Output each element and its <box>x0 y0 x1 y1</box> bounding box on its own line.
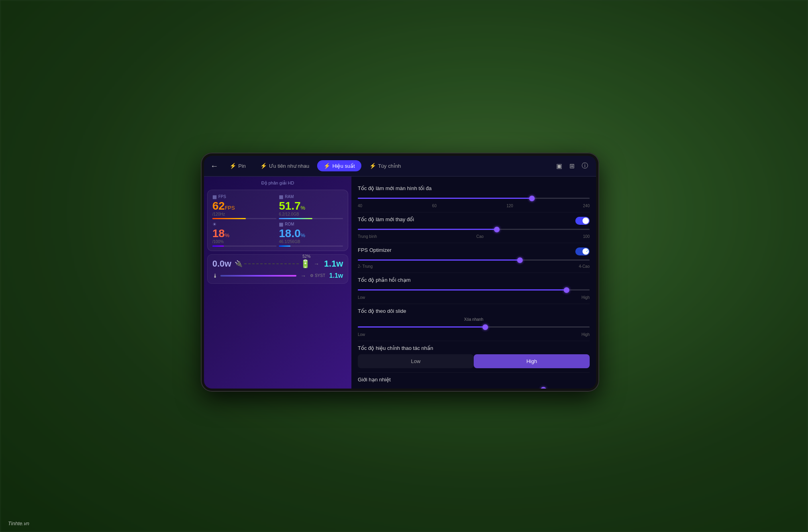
slider-fill-2 <box>358 229 497 230</box>
slider-thumb-5[interactable] <box>482 324 488 330</box>
ram-icon: ▦ <box>279 194 283 200</box>
stats-grid: ▦ FPS 62FPS /120Hz <box>212 194 343 247</box>
brightness-unit: % <box>225 232 229 238</box>
watermark-text: Tinhte.vn <box>8 520 29 526</box>
ram-bar-fill <box>279 218 312 219</box>
power-input-value: 0.0w <box>212 259 231 269</box>
setting-thermal-limit: Giới hạn nhiệt Low High <box>358 373 590 389</box>
refresh-change-toggle[interactable] <box>575 217 590 225</box>
rom-value: 18.0% <box>279 228 343 239</box>
touch-response-slider[interactable] <box>358 286 590 294</box>
layout-icon[interactable]: ▣ <box>555 161 564 171</box>
toggle-check-3: ✓ <box>586 249 589 253</box>
touch-high-label: High <box>581 295 590 300</box>
tab-tuy-chinh[interactable]: ⚡ Tùy chỉnh <box>363 160 407 171</box>
sys-watts: 1.1w <box>329 272 343 279</box>
label-40: 40 <box>358 204 362 208</box>
fps-unit: FPS <box>225 205 235 211</box>
slider-fill-5 <box>358 326 485 328</box>
uu-tien-icon: ⚡ <box>260 163 267 169</box>
slide-tracking-title: Tốc độ theo dõi slide <box>358 308 590 314</box>
battery-icon: 🔋 <box>300 259 310 268</box>
slider-thumb-2[interactable] <box>494 227 500 232</box>
brightness-bar-fill <box>212 245 224 247</box>
temp-bar <box>220 275 296 277</box>
info-icon[interactable]: ⓘ <box>580 160 590 172</box>
slide-tracking-labels: Low High <box>358 332 590 337</box>
label-120: 120 <box>506 204 513 208</box>
tab-pin[interactable]: ⚡ Pin <box>223 160 252 171</box>
fps-optimizer-title: FPS Optimizer <box>358 247 575 253</box>
refresh-change-toggle-row: Tốc độ làm mới thay đổi <box>358 216 590 226</box>
ram-sub: 6.2/12.0GB <box>279 212 343 216</box>
ram-stat: ▦ RAM 51.7% 6.2/12.0GB <box>279 194 343 219</box>
brightness-number: 18 <box>212 227 225 239</box>
slider-thumb-1[interactable] <box>529 196 535 201</box>
slider-thumb-7[interactable] <box>541 387 546 389</box>
ram-number: 51.7 <box>279 200 301 212</box>
gesture-low-button[interactable]: Low <box>358 354 474 368</box>
fps-optimizer-toggle[interactable]: ✓ <box>575 247 590 255</box>
fps-sub: /120Hz <box>212 212 277 216</box>
touch-low-label: Low <box>358 295 365 300</box>
gesture-speed-title: Tốc độ hiệu chỉnh thao tác nhấn <box>358 345 590 351</box>
tab-pin-label: Pin <box>238 163 246 169</box>
phone-body: ← ⚡ Pin ⚡ Ưu tiên như nhau ⚡ Hiệu suất <box>201 153 599 392</box>
fps-sub-trung: 2- Trung <box>358 264 373 269</box>
tab-uu-tien[interactable]: ⚡ Ưu tiên như nhau <box>254 160 316 171</box>
toggle-knob-2 <box>582 218 589 224</box>
refresh-rate-slider[interactable] <box>358 194 590 202</box>
slide-tracking-slider[interactable] <box>358 323 590 331</box>
battery-pct: 52% <box>302 254 310 259</box>
fps-stat: ▦ FPS 62FPS /120Hz <box>212 194 277 219</box>
fps-optimizer-slider[interactable] <box>358 256 590 264</box>
refresh-change-title: Tốc độ làm mới thay đổi <box>358 216 575 222</box>
fps-label: FPS <box>218 194 226 199</box>
rom-unit: % <box>301 232 306 238</box>
fps-optimizer-toggle-row: FPS Optimizer ✓ <box>358 247 590 256</box>
rom-bar <box>279 245 343 247</box>
gesture-speed-btn-group: Low High <box>358 354 590 368</box>
power-card: 0.0w 🔌 🔋 52% → <box>207 254 348 284</box>
gesture-high-button[interactable]: High <box>474 354 590 368</box>
refresh-change-slider[interactable] <box>358 226 590 234</box>
screen: ← ⚡ Pin ⚡ Ưu tiên như nhau ⚡ Hiệu suất <box>204 156 596 389</box>
tab-uu-tien-label: Ưu tiên như nhau <box>269 163 309 169</box>
setting-slide-tracking: Tốc độ theo dõi slide Xóa nhanh Low High <box>358 304 590 341</box>
ram-label: RAM <box>285 194 294 199</box>
rom-icon: ▦ <box>279 222 283 227</box>
fps-bar-fill <box>212 218 246 219</box>
power-arrow: → <box>314 261 319 267</box>
sub-label-cao: Cao <box>476 234 483 239</box>
setting-gesture-speed: Tốc độ hiệu chỉnh thao tác nhấn Low High <box>358 341 590 373</box>
nav-bar: ← ⚡ Pin ⚡ Ưu tiên như nhau ⚡ Hiệu suất <box>204 156 596 177</box>
grid-icon[interactable]: ⊞ <box>568 161 576 171</box>
refresh-rate-labels: 40 60 120 240 <box>358 204 590 208</box>
brightness-sub: /100% <box>212 239 277 244</box>
sub-label-100: 100 <box>583 234 590 239</box>
tuy-chinh-icon: ⚡ <box>369 163 376 169</box>
thermal-limit-slider[interactable] <box>358 386 590 389</box>
setting-fps-optimizer: FPS Optimizer ✓ <box>358 243 590 273</box>
refresh-rate-title: Tốc độ làm mới màn hình tối đa <box>358 185 590 191</box>
hieu-suat-icon: ⚡ <box>324 163 330 169</box>
slider-fill-1 <box>358 198 532 199</box>
main-content: Độ phân giải HD ▦ FPS <box>204 177 596 389</box>
temp-arrow: → <box>300 273 306 279</box>
sys-label: ⚙ SYST <box>310 273 325 278</box>
power-diagram: 🔌 🔋 52% → <box>235 259 321 269</box>
rom-bar-fill <box>279 245 290 247</box>
rom-label: ROM <box>285 222 294 226</box>
back-button[interactable]: ← <box>210 161 218 171</box>
ram-value: 51.7% <box>279 200 343 212</box>
fps-sub-cao: 4-Cao <box>579 264 590 269</box>
slider-thumb-4[interactable] <box>564 287 569 293</box>
sub-label-trung-binh: Trung bình <box>358 234 377 239</box>
tab-hieu-suat[interactable]: ⚡ Hiệu suất <box>317 160 361 171</box>
touch-response-title: Tốc độ phản hồi chạm <box>358 277 590 283</box>
thermometer-icon: 🌡 <box>212 273 218 279</box>
plug-icon: 🔌 <box>235 260 243 267</box>
slider-thumb-3[interactable] <box>517 257 523 263</box>
slider-fill-4 <box>358 289 567 291</box>
left-panel: Độ phân giải HD ▦ FPS <box>204 177 351 389</box>
